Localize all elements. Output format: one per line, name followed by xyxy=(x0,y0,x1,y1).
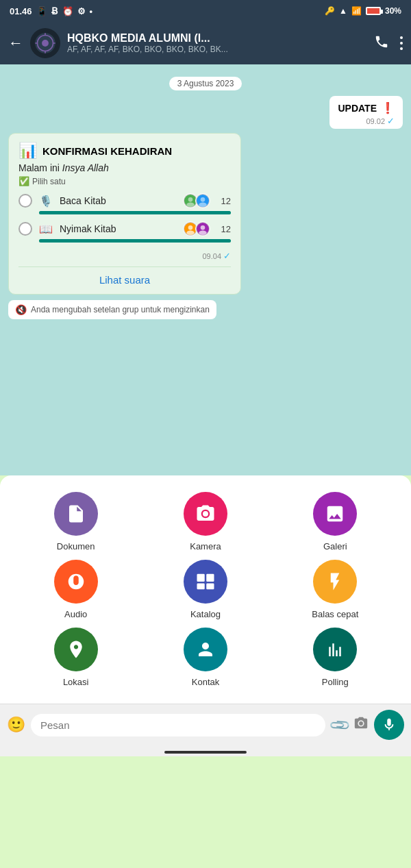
back-button[interactable]: ← xyxy=(8,34,23,52)
option-count-2: 12 xyxy=(221,224,231,234)
input-bar: 🙂 📎 xyxy=(0,704,411,745)
svg-point-22 xyxy=(199,230,206,235)
camera-button[interactable] xyxy=(353,716,369,734)
poll-bubble: 📊 KONFIRMASI KEHADIRAN Malam ini Insya A… xyxy=(8,133,241,295)
poll-title: KONFIRMASI KEHADIRAN xyxy=(42,145,172,157)
alarm-icon: ⏰ xyxy=(62,6,73,16)
bitcoin-icon: Ƀ xyxy=(51,5,58,16)
radio-nyimak[interactable] xyxy=(18,222,32,236)
svg-point-15 xyxy=(200,197,205,202)
attach-audio[interactable]: Audio xyxy=(11,560,140,619)
dot-icon: • xyxy=(90,6,93,16)
poll-tick-icon: ✓ xyxy=(223,251,231,261)
option-avatars-1 xyxy=(183,193,210,208)
tick-icon: ✓ xyxy=(387,116,395,126)
group-avatar[interactable] xyxy=(30,28,60,58)
battery-icon xyxy=(366,7,381,15)
header-actions xyxy=(374,34,403,53)
svg-rect-26 xyxy=(206,584,214,590)
svg-point-10 xyxy=(400,47,403,50)
update-time: 09.02 ✓ xyxy=(338,116,395,126)
katalog-label: Katalog xyxy=(190,609,221,619)
poll-footer: 09.04 ✓ xyxy=(18,249,231,261)
exclaim-icon: ❗ xyxy=(381,101,395,114)
option-emoji-2: 📖 xyxy=(39,223,53,236)
wifi-icon: ▲ xyxy=(339,6,347,16)
poll-subtitle: Malam ini Insya Allah xyxy=(18,162,231,173)
poll-option-2[interactable]: 📖 Nyimak Kitab 12 xyxy=(18,221,231,243)
check-icon: ✅ xyxy=(18,176,29,186)
svg-point-3 xyxy=(42,40,49,47)
poll-message: 📊 KONFIRMASI KEHADIRAN Malam ini Insya A… xyxy=(8,133,403,295)
polling-label: Polling xyxy=(322,677,349,687)
option-avatars-2 xyxy=(183,221,210,236)
kontak-circle xyxy=(184,628,227,671)
dokumen-label: Dokumen xyxy=(57,541,95,551)
attach-galeri[interactable]: Galeri xyxy=(271,492,400,551)
attach-button[interactable]: 📎 xyxy=(327,713,351,737)
update-bubble: UPDATE ❗ 09.02 ✓ xyxy=(329,96,403,129)
poll-option-1[interactable]: 🎙️ Baca Kitab 12 xyxy=(18,193,231,214)
chat-header: ← HQBKO MEDIA ALUMNI (I... AF, AF, AF, A… xyxy=(0,22,411,64)
avatar-2b xyxy=(195,221,210,236)
galeri-circle xyxy=(313,492,357,536)
lokasi-circle xyxy=(54,628,98,671)
attach-dokumen[interactable]: Dokumen xyxy=(11,492,140,551)
svg-point-16 xyxy=(199,202,206,207)
progress-bg-2 xyxy=(39,239,231,243)
balas-cepat-circle xyxy=(313,560,357,604)
progress-bg-1 xyxy=(39,211,231,214)
attach-lokasi[interactable]: Lokasi xyxy=(11,628,140,687)
attach-panel: Dokumen Kamera Galeri xyxy=(0,475,411,704)
svg-point-21 xyxy=(200,225,205,230)
balas-cepat-label: Balas cepat xyxy=(312,609,358,619)
lihat-suara-button[interactable]: Lihat suara xyxy=(18,266,231,288)
lokasi-label: Lokasi xyxy=(63,677,89,687)
speaker-icon: 🔇 xyxy=(15,304,27,315)
group-members: AF, AF, AF, AF, BKO, BKO, BKO, BKO, BK..… xyxy=(67,45,286,54)
attach-katalog[interactable]: Katalog xyxy=(140,560,270,619)
emoji-button[interactable]: 🙂 xyxy=(7,716,25,734)
svg-point-9 xyxy=(400,42,403,45)
update-message: UPDATE ❗ 09.02 ✓ xyxy=(8,96,403,129)
katalog-circle xyxy=(184,560,227,604)
signal-icon: 📶 xyxy=(351,6,362,16)
date-badge: 3 Agustus 2023 xyxy=(8,77,403,90)
svg-point-12 xyxy=(188,197,192,202)
kamera-circle xyxy=(184,492,227,536)
svg-point-27 xyxy=(359,721,363,726)
audio-label: Audio xyxy=(64,609,87,619)
radio-baca[interactable] xyxy=(18,194,32,208)
poll-chart-icon: 📊 xyxy=(18,142,37,160)
call-button[interactable] xyxy=(374,34,389,53)
attach-kontak[interactable]: Kontak xyxy=(140,628,270,687)
system-bubble: 🔇 Anda mengubah setelan grup untuk mengi… xyxy=(8,300,216,319)
svg-point-18 xyxy=(188,225,192,230)
group-name: HQBKO MEDIA ALUMNI (I... xyxy=(67,32,286,45)
svg-rect-23 xyxy=(197,574,204,582)
settings-icon: ⚙ xyxy=(77,6,86,16)
poll-time: 09.04 ✓ xyxy=(202,251,231,261)
home-indicator xyxy=(0,745,411,756)
svg-rect-25 xyxy=(197,584,204,590)
message-input[interactable] xyxy=(31,714,325,736)
progress-fill-2 xyxy=(39,239,231,243)
polling-circle xyxy=(313,628,357,671)
svg-point-8 xyxy=(400,36,403,39)
option-count-1: 12 xyxy=(221,196,231,206)
dokumen-circle xyxy=(54,492,98,536)
attach-grid: Dokumen Kamera Galeri xyxy=(11,492,400,687)
mic-button[interactable] xyxy=(374,710,404,740)
attach-kamera[interactable]: Kamera xyxy=(140,492,270,551)
poll-select-label: ✅ Pilih satu xyxy=(18,176,231,186)
attach-polling[interactable]: Polling xyxy=(271,628,400,687)
status-time: 01.46 xyxy=(10,6,32,16)
attach-balas-cepat[interactable]: Balas cepat xyxy=(271,560,400,619)
battery-percent: 30% xyxy=(385,6,401,16)
update-text: UPDATE ❗ xyxy=(338,101,395,114)
poll-header: 📊 KONFIRMASI KEHADIRAN xyxy=(18,142,231,160)
whatsapp-icon: 📱 xyxy=(36,6,47,16)
option-text-2: Nyimak Kitab xyxy=(60,223,176,234)
kamera-label: Kamera xyxy=(190,541,221,551)
key-icon: 🔑 xyxy=(325,6,335,16)
